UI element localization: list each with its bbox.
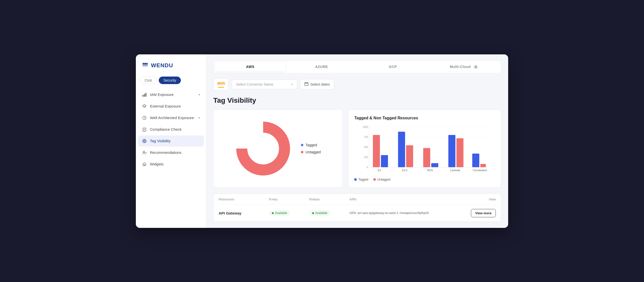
- svg-rect-40: [472, 154, 479, 167]
- svg-point-9: [144, 140, 145, 142]
- svg-text:0: 0: [367, 166, 368, 169]
- clipboard-icon: [142, 127, 147, 132]
- date-placeholder: Select dates: [310, 82, 330, 86]
- nkey-badge: Available: [269, 210, 290, 216]
- svg-rect-34: [423, 148, 430, 167]
- connector-name-select[interactable]: Select Connector Name ▾: [232, 80, 297, 89]
- layers-icon: [142, 104, 147, 109]
- svg-rect-28: [373, 135, 380, 167]
- svg-text:250: 250: [364, 156, 368, 159]
- svg-rect-37: [449, 135, 456, 167]
- chevron-down-icon: ▾: [198, 116, 200, 120]
- tab-cost[interactable]: Cost: [140, 77, 157, 84]
- svg-point-10: [143, 151, 145, 153]
- tagged-dot: [301, 144, 303, 146]
- arn-cell: ARN: arn:aws:apigateway:eu-west-1::/rest…: [349, 211, 466, 215]
- col-view: View: [466, 197, 496, 201]
- svg-rect-11: [305, 83, 308, 86]
- calendar-icon: [304, 82, 308, 87]
- connector-placeholder: Select Connector Name: [236, 82, 273, 86]
- svg-rect-4: [144, 94, 145, 97]
- col-arn: ARN: [349, 197, 466, 201]
- svg-rect-5: [145, 93, 146, 97]
- bar-chart-area: 1000 750 500 250 0 S3: [354, 124, 495, 175]
- col-resources: Resources: [219, 197, 269, 201]
- sidebar-item-recommendations[interactable]: Recommendations: [138, 147, 204, 158]
- col-nvalue: NValue: [309, 197, 349, 201]
- aws-logo-text: aws: [217, 81, 225, 86]
- sidebar-item-label: Widgets: [150, 162, 164, 166]
- sidebar-item-external-exposure[interactable]: External Exposure: [138, 101, 204, 112]
- svg-rect-38: [457, 138, 464, 167]
- nav-tabs-row: Cost Security: [136, 77, 206, 89]
- sidebar-item-label: Well Architected Exposure: [150, 116, 194, 120]
- sidebar-item-label: Tag Visibility: [150, 139, 171, 143]
- page-title: Tag Visibility: [213, 96, 501, 104]
- sidebar-item-well-architected[interactable]: Well Architected Exposure ▾: [138, 112, 204, 123]
- bar-chart-icon: [142, 92, 147, 97]
- view-more-button[interactable]: View more: [471, 209, 496, 217]
- cloud-tabs-bar: AWS AZURE GCP Multi-Cloud 2: [213, 60, 501, 73]
- charts-row: 20% 80% Tagged Untagged Ta: [213, 110, 501, 188]
- svg-rect-41: [480, 164, 486, 167]
- main-content: AWS AZURE GCP Multi-Cloud 2 aws ▬▬▬ Sele…: [206, 54, 508, 228]
- sidebar: WENDU Cost Security IAM Exposure ▾: [136, 54, 206, 228]
- bar-tagged-dot: [354, 178, 357, 181]
- sidebar-item-compliance-check[interactable]: Compliance Check: [138, 124, 204, 135]
- nav-items-list: IAM Exposure ▾ External Exposure: [136, 89, 206, 170]
- sidebar-item-iam-exposure[interactable]: IAM Exposure ▾: [138, 89, 204, 100]
- table-row: API Gateway Available Available ARN: arn…: [214, 205, 501, 222]
- cloud-tab-aws[interactable]: AWS: [215, 62, 286, 72]
- logo-icon: [142, 61, 148, 69]
- bar-untagged-label: Untagged: [377, 178, 390, 181]
- svg-text:Cloudwatch: Cloudwatch: [473, 169, 487, 172]
- untagged-label: Untagged: [305, 150, 321, 154]
- cloud-tab-azure[interactable]: AZURE: [287, 62, 357, 72]
- logo-text: WENDU: [151, 62, 173, 69]
- home-icon: [142, 162, 147, 167]
- clock-icon: [142, 115, 147, 120]
- bar-legend-untagged: Untagged: [373, 178, 390, 181]
- untagged-dot: [301, 151, 303, 153]
- bar-legend-tagged: Tagged: [354, 178, 368, 181]
- bar-chart-legend: Tagged Untagged: [354, 178, 495, 181]
- nvalue-status-dot: [312, 212, 314, 214]
- sidebar-item-label: Recommendations: [150, 150, 181, 155]
- logo-area: WENDU: [136, 61, 206, 77]
- nvalue-cell: Available: [309, 210, 349, 216]
- sidebar-item-widgets[interactable]: Widgets: [138, 159, 204, 170]
- donut-chart: 20% 80%: [235, 121, 291, 176]
- svg-rect-29: [381, 155, 388, 167]
- svg-text:80%: 80%: [258, 157, 266, 161]
- cloud-tab-multicloud[interactable]: Multi-Cloud 2: [429, 62, 500, 72]
- chevron-down-icon: ▾: [198, 93, 200, 96]
- cloud-tab-gcp[interactable]: GCP: [358, 62, 428, 72]
- bar-chart-svg: 1000 750 500 250 0 S3: [354, 124, 495, 175]
- multicloud-badge: 2: [473, 65, 478, 69]
- resource-name: API Gateway: [219, 211, 269, 215]
- nkey-status-dot: [272, 212, 274, 214]
- svg-text:S3: S3: [378, 169, 381, 172]
- svg-text:20%: 20%: [268, 138, 275, 142]
- bar-tagged-label: Tagged: [358, 178, 368, 181]
- bar-untagged-dot: [373, 178, 376, 181]
- donut-legend: Tagged Untagged: [301, 143, 321, 154]
- legend-tagged: Tagged: [301, 143, 321, 147]
- tag-icon: [142, 138, 147, 144]
- tab-security[interactable]: Security: [159, 77, 181, 84]
- bar-chart-title: Tagged & Non Tagged Resources: [354, 116, 495, 120]
- date-select[interactable]: Select dates: [300, 79, 334, 89]
- view-cell: View more: [466, 209, 496, 217]
- sidebar-item-label: External Exposure: [150, 104, 181, 108]
- user-check-icon: [142, 150, 147, 155]
- table-header: Resources N-key NValue ARN View: [214, 194, 501, 205]
- sidebar-item-label: IAM Exposure: [150, 92, 174, 97]
- svg-rect-35: [431, 163, 438, 167]
- svg-rect-3: [142, 95, 143, 97]
- sidebar-item-tag-visibility[interactable]: Tag Visibility: [138, 135, 204, 147]
- connector-bar: aws ▬▬▬ Select Connector Name ▾ Select d…: [213, 78, 501, 90]
- aws-underline: ▬▬▬: [217, 86, 225, 88]
- nvalue-badge: Available: [309, 210, 330, 216]
- svg-text:500: 500: [364, 146, 368, 149]
- svg-rect-32: [406, 145, 413, 167]
